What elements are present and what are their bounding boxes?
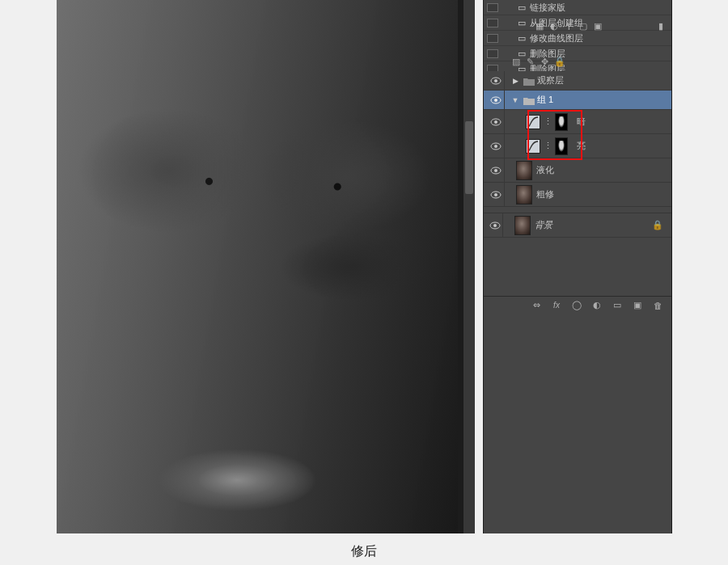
svg-point-13	[493, 224, 497, 227]
lock-brush-icon[interactable]: ✎	[525, 57, 536, 68]
layer-thumbnail[interactable]	[514, 216, 531, 235]
disclosure-closed-icon[interactable]: ▶	[511, 77, 519, 85]
history-snapshot-icon	[487, 49, 498, 58]
layer-name: 观察层	[537, 74, 564, 86]
svg-point-1	[494, 79, 497, 82]
eye-icon	[490, 96, 502, 104]
history-step-icon: ▭	[516, 18, 527, 27]
visibility-toggle[interactable]	[487, 213, 503, 237]
history-label: 链接家版	[530, 2, 565, 12]
curves-adjustment-icon	[526, 115, 540, 129]
canvas-image	[57, 0, 458, 533]
visibility-toggle[interactable]	[487, 91, 505, 109]
eye-icon	[490, 118, 502, 126]
filter-pixel-icon[interactable]: ▦	[534, 21, 545, 32]
history-label: 修改曲线图层	[530, 33, 583, 43]
layer-row-observe-group[interactable]: ▶ 观察层	[484, 71, 671, 91]
svg-point-9	[494, 169, 497, 172]
fx-icon[interactable]: fx	[551, 300, 562, 311]
eye-icon	[490, 142, 502, 150]
adjustment-icon[interactable]: ◐	[591, 300, 603, 311]
layer-thumbnail[interactable]	[516, 161, 532, 180]
svg-point-5	[494, 120, 497, 124]
curves-adjustment-icon	[526, 139, 540, 154]
eye-icon	[490, 77, 502, 85]
history-item[interactable]: ▭ 链接家版	[484, 0, 671, 15]
visibility-toggle[interactable]	[487, 71, 505, 90]
eye-icon	[489, 221, 501, 230]
history-snapshot-icon	[487, 34, 498, 43]
panel-edge	[671, 0, 672, 533]
lock-all-icon[interactable]: 🔒	[554, 57, 565, 68]
visibility-toggle[interactable]	[487, 183, 505, 206]
filter-toggle-icon[interactable]: ▮	[655, 21, 667, 32]
svg-point-7	[494, 145, 497, 148]
eye-icon	[490, 167, 502, 175]
layer-name: 背景	[535, 219, 552, 231]
layers-list: ▶ 观察层 ▼ 组 1	[484, 71, 671, 296]
layer-mask-thumbnail[interactable]	[555, 113, 568, 131]
layer-row-group1[interactable]: ▼ 组 1	[484, 91, 671, 110]
document-canvas[interactable]	[57, 0, 463, 533]
filter-adjust-icon[interactable]: ◐	[548, 21, 560, 32]
svg-point-3	[494, 99, 497, 102]
lock-transparent-icon[interactable]: ▨	[510, 57, 522, 68]
layer-row-dark[interactable]: ⋮ 暗	[484, 110, 671, 134]
layer-mask-thumbnail[interactable]	[555, 137, 568, 155]
layer-name: 组 1	[537, 94, 553, 106]
layers-footer-toolbar: ⇔ fx ◯ ◐ ▭ ▣ 🗑	[484, 296, 671, 314]
layer-row-light[interactable]: ⋮ 亮	[484, 134, 671, 158]
group-icon[interactable]: ▭	[612, 300, 623, 311]
link-layers-icon[interactable]: ⇔	[531, 300, 542, 311]
layers-empty-area	[484, 238, 671, 296]
visibility-toggle[interactable]	[487, 134, 505, 158]
history-step-icon: ▭	[516, 2, 527, 12]
disclosure-open-icon[interactable]: ▼	[511, 96, 519, 104]
canvas-gutter	[458, 0, 463, 533]
visibility-toggle[interactable]	[487, 110, 505, 133]
layer-thumbnail[interactable]	[516, 185, 532, 204]
eye-icon	[490, 191, 502, 199]
image-caption: 修后	[0, 543, 728, 560]
svg-point-11	[494, 193, 497, 196]
layer-name: 粗修	[536, 188, 554, 200]
history-snapshot-icon	[487, 19, 498, 27]
folder-icon	[523, 77, 533, 85]
layer-name: 暗	[577, 116, 586, 128]
filter-smart-icon[interactable]: ▣	[592, 21, 603, 32]
filter-shape-icon[interactable]: ▢	[578, 21, 589, 32]
right-panel-column: ▭ 链接家版 ▭ 从图层创建组 ▭ 修改曲线图层 ▭ 删除图层	[483, 0, 671, 533]
history-item[interactable]: ▭ 修改曲线图层	[484, 31, 671, 46]
layer-row-liquify[interactable]: 液化	[484, 158, 671, 183]
new-layer-icon[interactable]: ▣	[632, 300, 643, 311]
layer-row-background[interactable]: 背景 🔒	[484, 213, 671, 238]
trash-icon[interactable]: 🗑	[652, 300, 663, 311]
lock-icon: 🔒	[652, 220, 663, 230]
mask-link-icon[interactable]: ⋮	[544, 116, 551, 127]
layer-row-rough[interactable]: 粗修	[484, 183, 671, 207]
filter-type-icon[interactable]: T	[563, 21, 574, 32]
visibility-toggle[interactable]	[487, 158, 505, 182]
layer-divider	[484, 207, 671, 213]
canvas-vertical-scrollbar[interactable]	[463, 0, 475, 533]
mask-icon[interactable]: ◯	[571, 300, 582, 311]
mask-link-icon[interactable]: ⋮	[544, 141, 551, 151]
lock-position-icon[interactable]: ✥	[540, 57, 551, 68]
history-snapshot-icon	[487, 3, 498, 12]
history-step-icon: ▭	[516, 33, 527, 43]
layer-name: 液化	[536, 164, 554, 176]
folder-open-icon	[523, 96, 533, 104]
layer-name: 亮	[577, 140, 586, 152]
scrollbar-thumb[interactable]	[465, 121, 473, 194]
